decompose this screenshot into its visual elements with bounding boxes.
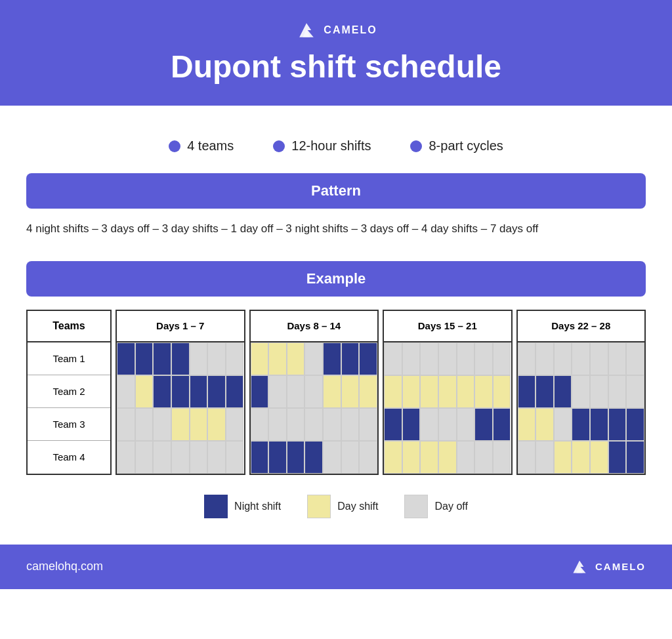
cell-col1-r3-c6 bbox=[359, 441, 377, 474]
cell-col0-r3-c3 bbox=[171, 441, 190, 474]
cell-col2-r2-c0 bbox=[384, 408, 402, 441]
team-4-label: Team 4 bbox=[28, 441, 110, 474]
cell-col0-r0-c0 bbox=[117, 342, 135, 375]
cell-col0-r2-c6 bbox=[226, 408, 244, 441]
cell-col3-r3-c1 bbox=[536, 441, 554, 474]
footer-url: camelohq.com bbox=[26, 560, 103, 573]
stat-shifts-label: 12-hour shifts bbox=[291, 138, 371, 154]
day-col-1: Days 8 – 14 bbox=[249, 310, 379, 475]
cell-col1-r2-c4 bbox=[323, 408, 341, 441]
cell-col0-r0-c1 bbox=[135, 342, 154, 375]
cell-col3-r3-c0 bbox=[518, 441, 536, 474]
logo-area: CAMELO bbox=[13, 18, 659, 42]
dot-shifts bbox=[273, 140, 285, 152]
cell-col0-r1-c6 bbox=[226, 375, 244, 408]
cell-col2-r0-c4 bbox=[457, 342, 475, 375]
cell-col1-r1-c0 bbox=[251, 375, 269, 408]
cell-col3-r1-c5 bbox=[608, 375, 627, 408]
cell-col3-r1-c6 bbox=[626, 375, 644, 408]
team-3-label: Team 3 bbox=[28, 408, 110, 441]
day-col-2-body bbox=[384, 342, 511, 474]
cell-col3-r0-c3 bbox=[572, 342, 590, 375]
cell-col2-r0-c1 bbox=[402, 342, 421, 375]
cell-col3-r0-c6 bbox=[626, 342, 644, 375]
cell-col3-r2-c5 bbox=[608, 408, 627, 441]
cell-col3-r3-c4 bbox=[590, 441, 608, 474]
footer-logo: CAMELO bbox=[569, 556, 646, 577]
day-col-1-header: Days 8 – 14 bbox=[251, 311, 378, 342]
cell-col1-r2-c6 bbox=[359, 408, 377, 441]
team-2-label: Team 2 bbox=[28, 375, 110, 408]
page-title: Dupont shift schedule bbox=[13, 49, 659, 85]
cell-col3-r2-c2 bbox=[554, 408, 572, 441]
dot-cycles bbox=[410, 140, 422, 152]
cell-col2-r0-c0 bbox=[384, 342, 402, 375]
cell-col2-r1-c5 bbox=[474, 375, 493, 408]
cell-col1-r0-c4 bbox=[323, 342, 341, 375]
header: CAMELO Dupont shift schedule bbox=[0, 0, 672, 106]
teams-column: Teams Team 1 Team 2 Team 3 Team 4 bbox=[26, 310, 112, 475]
cell-col3-r1-c0 bbox=[518, 375, 536, 408]
day-columns: Days 1 – 7Days 8 – 14Days 15 – 21Days 22… bbox=[116, 310, 646, 475]
cell-col0-r0-c5 bbox=[207, 342, 226, 375]
cell-col3-r1-c2 bbox=[554, 375, 572, 408]
cell-col2-r3-c1 bbox=[402, 441, 421, 474]
cell-col3-r2-c3 bbox=[572, 408, 590, 441]
cell-col1-r3-c5 bbox=[341, 441, 360, 474]
legend-night-box bbox=[204, 495, 228, 518]
cell-col1-r0-c2 bbox=[287, 342, 305, 375]
legend-off-label: Day off bbox=[434, 501, 467, 512]
team-1-label: Team 1 bbox=[28, 342, 110, 375]
cell-col2-r1-c0 bbox=[384, 375, 402, 408]
cell-col3-r2-c1 bbox=[536, 408, 554, 441]
cell-col2-r3-c4 bbox=[457, 441, 475, 474]
cell-col2-r2-c3 bbox=[438, 408, 457, 441]
cell-col2-r2-c4 bbox=[457, 408, 475, 441]
cell-col0-r1-c0 bbox=[117, 375, 135, 408]
footer-logo-icon bbox=[569, 556, 590, 577]
cell-col0-r1-c2 bbox=[153, 375, 171, 408]
cell-col0-r3-c2 bbox=[153, 441, 171, 474]
cell-col0-r2-c3 bbox=[171, 408, 190, 441]
cell-col0-r3-c1 bbox=[135, 441, 154, 474]
cell-col0-r2-c5 bbox=[207, 408, 226, 441]
cell-col3-r3-c3 bbox=[572, 441, 590, 474]
cell-col0-r2-c2 bbox=[153, 408, 171, 441]
cell-col1-r1-c2 bbox=[287, 375, 305, 408]
stat-teams-label: 4 teams bbox=[187, 138, 234, 154]
schedule-container: Teams Team 1 Team 2 Team 3 Team 4 Days 1… bbox=[26, 310, 646, 475]
cell-col3-r0-c5 bbox=[608, 342, 627, 375]
stat-teams: 4 teams bbox=[169, 138, 234, 154]
cell-col3-r2-c0 bbox=[518, 408, 536, 441]
cell-col1-r1-c1 bbox=[268, 375, 287, 408]
cell-col0-r1-c1 bbox=[135, 375, 154, 408]
cell-col1-r0-c1 bbox=[268, 342, 287, 375]
cell-col2-r0-c3 bbox=[438, 342, 457, 375]
cell-col1-r2-c2 bbox=[287, 408, 305, 441]
stat-cycles: 8-part cycles bbox=[410, 138, 503, 154]
legend-day: Day shift bbox=[307, 495, 378, 518]
cell-col1-r2-c3 bbox=[304, 408, 323, 441]
dot-teams bbox=[169, 140, 180, 152]
day-col-3-body bbox=[518, 342, 645, 474]
cell-col3-r1-c4 bbox=[590, 375, 608, 408]
cell-col0-r1-c3 bbox=[171, 375, 190, 408]
main-content: 4 teams 12-hour shifts 8-part cycles Pat… bbox=[0, 106, 672, 545]
cell-col1-r3-c0 bbox=[251, 441, 269, 474]
day-col-2-header: Days 15 – 21 bbox=[384, 311, 511, 342]
day-col-2: Days 15 – 21 bbox=[383, 310, 513, 475]
cell-col3-r1-c1 bbox=[536, 375, 554, 408]
day-col-0-body bbox=[117, 342, 244, 474]
cell-col0-r0-c2 bbox=[153, 342, 171, 375]
cell-col0-r2-c1 bbox=[135, 408, 154, 441]
cell-col2-r2-c6 bbox=[493, 408, 511, 441]
legend-night-label: Night shift bbox=[234, 501, 281, 512]
cell-col3-r0-c2 bbox=[554, 342, 572, 375]
cell-col2-r1-c6 bbox=[493, 375, 511, 408]
cell-col0-r3-c4 bbox=[190, 441, 208, 474]
cell-col1-r1-c3 bbox=[304, 375, 323, 408]
cell-col3-r3-c2 bbox=[554, 441, 572, 474]
header-logo-text: CAMELO bbox=[324, 24, 377, 36]
day-col-3-header: Days 22 – 28 bbox=[518, 311, 645, 342]
cell-col1-r1-c6 bbox=[359, 375, 377, 408]
